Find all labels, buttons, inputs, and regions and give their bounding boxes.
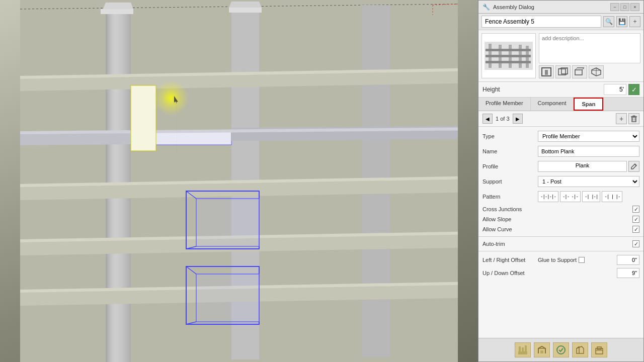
name-row: 🔍 💾 + [478, 14, 643, 30]
pattern-label: Pattern [482, 194, 538, 200]
svg-rect-47 [486, 61, 531, 63]
view-side-button[interactable] [555, 65, 571, 78]
up-down-offset-input[interactable] [617, 268, 639, 278]
pattern-btn-0[interactable]: -|-|-|- [538, 191, 558, 202]
member-name-input[interactable] [538, 146, 639, 157]
profile-value: Plank [538, 161, 627, 172]
tabs-row: Profile Member Component Span [478, 98, 643, 111]
svg-rect-17 [20, 132, 131, 145]
svg-rect-62 [632, 117, 636, 122]
allow-curve-row: Allow Curve [478, 224, 643, 234]
svg-rect-72 [540, 350, 543, 353]
preview-area [478, 30, 643, 82]
viewport[interactable] [0, 0, 478, 362]
assembly-name-input[interactable] [481, 16, 601, 28]
svg-rect-71 [525, 345, 527, 351]
toolbar-btn-2[interactable] [534, 342, 550, 357]
cross-junctions-checkbox[interactable] [632, 206, 639, 213]
type-select[interactable]: Profile Member Component [538, 131, 639, 142]
svg-rect-70 [522, 347, 524, 351]
svg-rect-34 [131, 85, 156, 151]
bottom-toolbar [478, 338, 643, 361]
svg-rect-68 [518, 351, 527, 354]
tab-component[interactable]: Component [531, 98, 574, 111]
height-confirm-button[interactable]: ✓ [628, 84, 639, 95]
view-top-button[interactable] [572, 65, 587, 78]
allow-curve-checkbox[interactable] [632, 226, 639, 233]
view-icons-row [539, 65, 640, 78]
svg-rect-45 [486, 49, 531, 51]
tab-nav-row: ◀ 1 of 3 ▶ + [478, 111, 643, 127]
name-row: Name [478, 144, 643, 159]
svg-rect-55 [575, 70, 582, 75]
prev-item-button[interactable]: ◀ [482, 114, 493, 124]
toolbar-btn-3[interactable] [553, 342, 569, 357]
item-counter: 1 of 3 [494, 116, 512, 122]
type-row: Type Profile Member Component [478, 129, 643, 144]
search-button[interactable]: 🔍 [603, 16, 614, 27]
height-row: Height ✓ [478, 82, 643, 98]
dialog-title: Assembly Dialog [493, 4, 534, 10]
pattern-options: -|-|-|- -|- -|- -| |-| -| | |- [538, 191, 639, 202]
support-row: Support 1 - Post 2 - Post [478, 174, 643, 189]
height-input[interactable] [604, 84, 626, 95]
left-right-offset-row: Left / Right Offset Glue to Support [478, 253, 643, 266]
support-select[interactable]: 1 - Post 2 - Post [538, 176, 639, 187]
member-name-label: Name [482, 148, 538, 154]
support-label: Support [482, 178, 538, 185]
tab-profile-member[interactable]: Profile Member [478, 98, 531, 111]
auto-trim-checkbox[interactable] [632, 240, 639, 247]
glue-checkbox[interactable] [579, 257, 585, 263]
edit-profile-button[interactable] [628, 161, 639, 172]
svg-rect-23 [196, 199, 259, 246]
svg-marker-4 [103, 3, 133, 9]
allow-slope-checkbox[interactable] [632, 216, 639, 223]
svg-marker-7 [229, 2, 262, 8]
pattern-btn-1[interactable]: -|- -|- [560, 191, 581, 202]
glue-section: Glue to Support [538, 255, 639, 265]
left-right-offset-label: Left / Right Offset [482, 257, 538, 263]
auto-trim-row: Auto-trim [478, 239, 643, 249]
profile-row: Profile Plank [478, 159, 643, 174]
assembly-preview [481, 33, 536, 78]
form-section: Type Profile Member Component Name Profi… [478, 127, 643, 338]
svg-rect-8 [229, 8, 262, 13]
add-assembly-button[interactable]: + [629, 16, 640, 27]
title-bar: 🔧 Assembly Dialog − □ × [478, 1, 643, 14]
dialog-icon: 🔧 [482, 4, 490, 11]
tab-span[interactable]: Span [574, 98, 603, 111]
toolbar-btn-1[interactable] [515, 342, 531, 357]
left-right-offset-input[interactable] [617, 255, 639, 265]
view-3d-button[interactable] [589, 65, 604, 78]
up-down-offset-label: Up / Down Offset [482, 270, 538, 276]
glue-label: Glue to Support [538, 257, 577, 263]
type-label: Type [482, 133, 538, 139]
close-button[interactable]: × [630, 3, 639, 11]
cross-junctions-label: Cross Junctions [482, 206, 632, 212]
view-front-button[interactable] [539, 65, 554, 78]
save-button[interactable]: 💾 [616, 16, 627, 27]
svg-rect-49 [545, 70, 548, 75]
next-item-button[interactable]: ▶ [513, 114, 523, 124]
delete-item-button[interactable] [628, 113, 639, 124]
svg-rect-46 [486, 55, 531, 57]
add-item-button[interactable]: + [616, 113, 627, 124]
toolbar-btn-5[interactable] [591, 342, 607, 357]
allow-slope-row: Allow Slope [478, 214, 643, 224]
assembly-dialog: 🔧 Assembly Dialog − □ × 🔍 💾 + [478, 0, 644, 362]
toolbar-btn-4[interactable] [572, 342, 588, 357]
pattern-btn-3[interactable]: -| | |- [602, 191, 622, 202]
pattern-row: Pattern -|-|-|- -|- -|- -| |-| -| | |- [478, 189, 643, 204]
svg-rect-29 [196, 274, 259, 322]
description-input[interactable] [539, 33, 640, 63]
height-label: Height [482, 86, 602, 93]
up-down-offset-row: Up / Down Offset [478, 266, 643, 280]
svg-point-74 [557, 346, 565, 354]
pattern-btn-2[interactable]: -| |-| [582, 191, 601, 202]
svg-rect-64 [633, 116, 635, 117]
svg-rect-69 [519, 346, 521, 351]
maximize-button[interactable]: □ [620, 3, 629, 11]
minimize-button[interactable]: − [610, 3, 619, 11]
divider-1 [478, 236, 643, 237]
profile-label: Profile [482, 163, 538, 169]
